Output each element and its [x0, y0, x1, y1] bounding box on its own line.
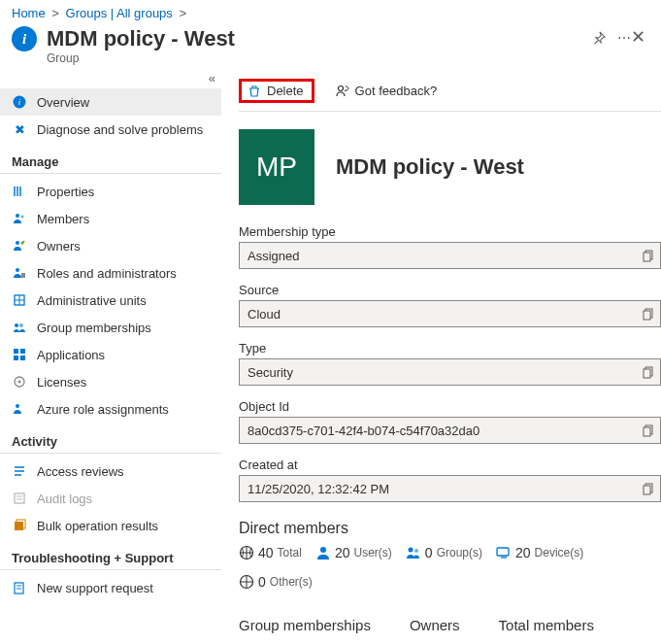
field-label-object-id: Object Id	[239, 399, 661, 414]
breadcrumb-groups[interactable]: Groups | All groups	[66, 6, 173, 20]
stat-devices: 20 Device(s)	[496, 545, 583, 560]
stat-value: 0	[258, 574, 266, 590]
stat-label: Device(s)	[535, 546, 584, 559]
delete-label: Delete	[267, 84, 304, 98]
sidebar-item-overview[interactable]: i Overview	[0, 88, 221, 116]
collapse-icon[interactable]: «	[209, 71, 215, 85]
licenses-icon	[12, 374, 27, 390]
sidebar-item-label: Group memberships	[37, 321, 151, 335]
admin-units-icon	[12, 292, 27, 308]
sidebar-item-admin-units[interactable]: Administrative units	[0, 287, 221, 314]
sidebar-item-label: Bulk operation results	[37, 519, 158, 533]
svg-point-34	[408, 548, 413, 553]
feedback-icon	[336, 85, 349, 98]
copy-icon[interactable]	[643, 424, 654, 437]
sidebar-item-applications[interactable]: Applications	[0, 341, 221, 368]
bulk-results-icon	[12, 518, 27, 533]
sidebar-item-audit-logs[interactable]: Audit logs	[0, 485, 221, 512]
copy-icon[interactable]	[643, 366, 654, 379]
stat-value: 20	[335, 545, 350, 560]
feedback-label: Got feedback?	[355, 84, 438, 98]
copy-icon[interactable]	[643, 483, 654, 495]
field-value: Assigned	[248, 249, 643, 263]
svg-rect-17	[15, 493, 24, 503]
stat-value: 0	[425, 545, 433, 560]
svg-point-15	[18, 381, 21, 384]
sidebar-item-label: Members	[37, 212, 89, 226]
copy-icon[interactable]	[643, 308, 654, 321]
stat-value: 20	[515, 545, 531, 560]
section-owners: Owners	[410, 617, 460, 633]
breadcrumb-home[interactable]: Home	[12, 6, 46, 20]
members-icon	[12, 211, 27, 226]
stat-label: Group(s)	[437, 546, 482, 559]
svg-rect-12	[14, 356, 18, 360]
sidebar-item-access-reviews[interactable]: Access reviews	[0, 458, 221, 485]
sidebar-item-azure-role[interactable]: Azure role assignments	[0, 395, 221, 423]
device-icon	[496, 545, 512, 560]
sidebar-item-label: Applications	[37, 348, 105, 362]
svg-rect-23	[644, 253, 650, 261]
stat-value: 40	[258, 545, 274, 560]
sidebar-item-members[interactable]: Members	[0, 205, 221, 232]
globe-icon	[239, 545, 254, 560]
sidebar-item-label: Administrative units	[37, 293, 147, 308]
sidebar-item-label: Roles and administrators	[37, 266, 177, 281]
pin-icon[interactable]	[592, 31, 606, 45]
sidebar-item-label: Access reviews	[37, 464, 124, 479]
owners-icon	[12, 238, 27, 254]
field-box-source: Cloud	[239, 300, 661, 327]
field-label-membership-type: Membership type	[239, 224, 661, 239]
field-value: 11/25/2020, 12:32:42 PM	[248, 482, 643, 496]
stat-label: Other(s)	[270, 575, 313, 589]
delete-button[interactable]: Delete	[239, 79, 314, 103]
close-icon[interactable]: ✕	[631, 26, 649, 48]
feedback-button[interactable]: Got feedback?	[328, 80, 446, 102]
sidebar-item-new-support[interactable]: New support request	[0, 574, 221, 601]
applications-icon	[12, 347, 27, 362]
stat-label: User(s)	[354, 546, 392, 559]
azure-role-icon	[12, 401, 27, 417]
svg-rect-27	[644, 369, 650, 378]
sidebar-item-properties[interactable]: Properties	[0, 178, 221, 205]
section-direct-members: Direct members	[239, 520, 661, 537]
access-reviews-icon	[12, 463, 27, 479]
diagnose-icon: ✖	[12, 121, 27, 137]
field-value: 8a0cd375-c701-42f4-b074-c54f70a32da0	[248, 424, 643, 438]
sidebar-item-label: Licenses	[37, 375, 86, 390]
svg-point-2	[16, 214, 19, 218]
user-icon	[315, 545, 331, 560]
sidebar-item-owners[interactable]: Owners	[0, 232, 221, 259]
group-icon	[406, 545, 421, 560]
copy-icon[interactable]	[643, 250, 654, 262]
sidebar-item-bulk-results[interactable]: Bulk operation results	[0, 512, 221, 539]
sidebar-item-licenses[interactable]: Licenses	[0, 368, 221, 395]
svg-point-3	[21, 216, 24, 219]
sidebar-section-manage: Manage	[0, 143, 221, 174]
svg-point-4	[16, 241, 19, 245]
sidebar-item-label: Overview	[37, 95, 89, 110]
sidebar-item-group-memberships[interactable]: Group memberships	[0, 314, 221, 341]
stat-groups: 0 Group(s)	[406, 545, 482, 560]
section-total-members: Total members	[499, 617, 594, 633]
sidebar-item-label: Owners	[37, 239, 81, 254]
roles-icon	[12, 265, 27, 281]
more-icon[interactable]: ⋯	[617, 30, 631, 46]
stat-users: 20 User(s)	[315, 545, 392, 560]
svg-point-33	[320, 547, 326, 553]
sidebar-item-diagnose[interactable]: ✖ Diagnose and solve problems	[0, 116, 221, 143]
sidebar-item-label: Diagnose and solve problems	[37, 122, 203, 137]
stat-others: 0 Other(s)	[239, 574, 313, 590]
sidebar-item-roles[interactable]: Roles and administrators	[0, 259, 221, 287]
svg-rect-25	[644, 311, 650, 320]
svg-rect-36	[497, 548, 509, 556]
sidebar-item-label: Audit logs	[37, 491, 92, 506]
field-label-source: Source	[239, 283, 661, 297]
group-memberships-icon	[12, 320, 27, 335]
section-group-memberships: Group memberships	[239, 617, 371, 633]
field-value: Cloud	[248, 307, 643, 322]
sidebar-item-label: New support request	[37, 581, 153, 595]
stat-total: 40 Total	[239, 545, 302, 560]
svg-point-16	[16, 404, 19, 408]
info-icon: i	[12, 26, 37, 51]
